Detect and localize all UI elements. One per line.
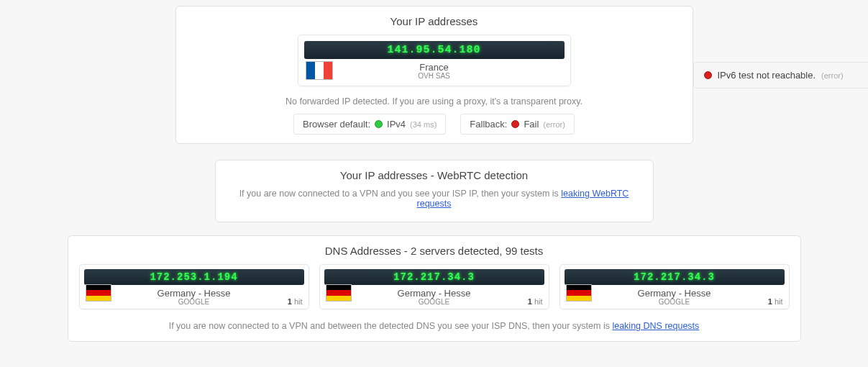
webrtc-note: If you are now connected to a VPN and yo… [224, 189, 644, 209]
dns-note-prefix: If you are now connected to a VPN and be… [169, 321, 613, 331]
browser-default-latency: (34 ms) [410, 120, 437, 129]
dns-ip: 172.217.34.3 [565, 269, 785, 285]
status-fail-icon [704, 71, 712, 79]
dns-panel: DNS Addresses - 2 servers detected, 99 t… [68, 235, 801, 342]
ip-card: 141.95.54.180 France OVH SAS [298, 35, 571, 86]
dns-ip: 172.217.34.3 [324, 269, 544, 285]
ipv6-status-suffix: (error) [821, 71, 844, 80]
dns-title: DNS Addresses - 2 servers detected, 99 t… [77, 245, 792, 257]
ipv6-status-box: IPv6 test not reachable. (error) [693, 62, 869, 89]
fallback-box: Fallback: Fail (error) [460, 114, 575, 135]
status-row: Browser default: IPv4 (34 ms) Fallback: … [185, 114, 684, 135]
fallback-label: Fallback: [470, 119, 507, 130]
germany-flag-icon [86, 284, 111, 302]
dns-card: 172.217.34.3 Germany - Hesse GOOGLE 1 hi… [559, 264, 790, 309]
webrtc-panel: Your IP addresses - WebRTC detection If … [215, 160, 654, 222]
germany-flag-icon [326, 284, 352, 302]
ip-isp: OVH SAS [304, 72, 565, 80]
dns-ip: 172.253.1.194 [84, 269, 304, 285]
status-fail-icon [511, 120, 519, 128]
fallback-suffix: (error) [543, 120, 565, 129]
ip-address: 141.95.54.180 [304, 41, 565, 59]
ip-panel-title: Your IP addresses [185, 15, 684, 27]
ip-row: 141.95.54.180 France OVH SAS [185, 35, 684, 86]
browser-default-label: Browser default: [303, 119, 370, 130]
forwarded-ip-note: No forwarded IP detected. If you are usi… [185, 96, 684, 107]
dns-hits: 1 hit [528, 297, 543, 306]
ip-country: France [304, 62, 565, 73]
fallback-status: Fail [524, 119, 539, 130]
france-flag-icon [306, 61, 333, 80]
dns-location: Germany - Hesse [324, 288, 544, 299]
dns-hits: 1 hit [288, 297, 303, 306]
status-ok-icon [375, 120, 383, 128]
dns-provider: GOOGLE [565, 298, 785, 306]
dns-note: If you are now connected to a VPN and be… [77, 321, 792, 331]
webrtc-title: Your IP addresses - WebRTC detection [224, 169, 644, 181]
webrtc-note-prefix: If you are now connected to a VPN and yo… [239, 189, 562, 199]
dns-leak-link[interactable]: leaking DNS requests [612, 321, 699, 331]
dns-provider: GOOGLE [84, 298, 304, 306]
browser-default-proto: IPv4 [387, 119, 406, 130]
dns-cards: 172.253.1.194 Germany - Hesse GOOGLE 1 h… [77, 264, 792, 309]
dns-location: Germany - Hesse [565, 288, 785, 299]
dns-location: Germany - Hesse [84, 288, 304, 299]
germany-flag-icon [566, 284, 592, 302]
dns-card: 172.217.34.3 Germany - Hesse GOOGLE 1 hi… [319, 264, 549, 309]
ip-addresses-panel: Your IP addresses 141.95.54.180 France O… [175, 6, 693, 144]
dns-provider: GOOGLE [324, 298, 544, 306]
dns-card: 172.253.1.194 Germany - Hesse GOOGLE 1 h… [79, 264, 309, 309]
dns-hits: 1 hit [768, 297, 783, 306]
browser-default-box: Browser default: IPv4 (34 ms) [293, 114, 446, 135]
ipv6-status-text: IPv6 test not reachable. [718, 70, 816, 81]
